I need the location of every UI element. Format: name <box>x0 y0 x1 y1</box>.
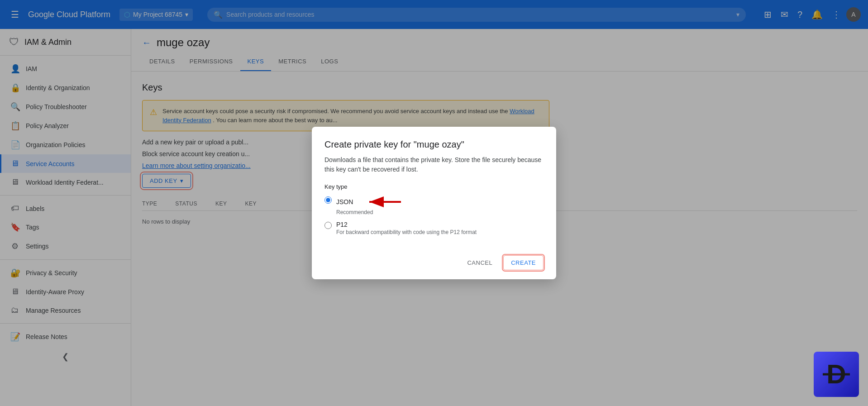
dialog-overlay[interactable]: Create private key for "muge ozay" Downl… <box>0 0 868 406</box>
json-option-hint: Recommended <box>336 209 405 215</box>
p12-option-desc: For backward compatibility with code usi… <box>336 229 477 235</box>
p12-radio-label[interactable]: P12 For backward compatibility with code… <box>336 221 477 235</box>
dialog-title: Create private key for "muge ozay" <box>324 139 544 150</box>
p12-option-name: P12 <box>336 221 477 228</box>
json-radio-label[interactable]: JSON Recommended <box>336 196 405 215</box>
dialog-actions: CANCEL CREATE <box>324 248 544 270</box>
create-button[interactable]: CREATE <box>503 255 544 270</box>
p12-radio-option[interactable]: P12 For backward compatibility with code… <box>324 221 544 235</box>
p12-radio-input[interactable] <box>324 222 332 229</box>
json-radio-input[interactable] <box>324 196 332 204</box>
json-radio-option[interactable]: JSON Recommended <box>324 196 544 215</box>
key-type-label: Key type <box>324 183 544 190</box>
create-key-dialog: Create private key for "muge ozay" Downl… <box>312 127 556 279</box>
watermark: D <box>814 352 859 397</box>
json-option-name: JSON <box>336 198 353 205</box>
red-arrow-indicator <box>360 196 405 208</box>
dialog-description: Downloads a file that contains the priva… <box>324 155 544 174</box>
cancel-button[interactable]: CANCEL <box>460 255 500 270</box>
